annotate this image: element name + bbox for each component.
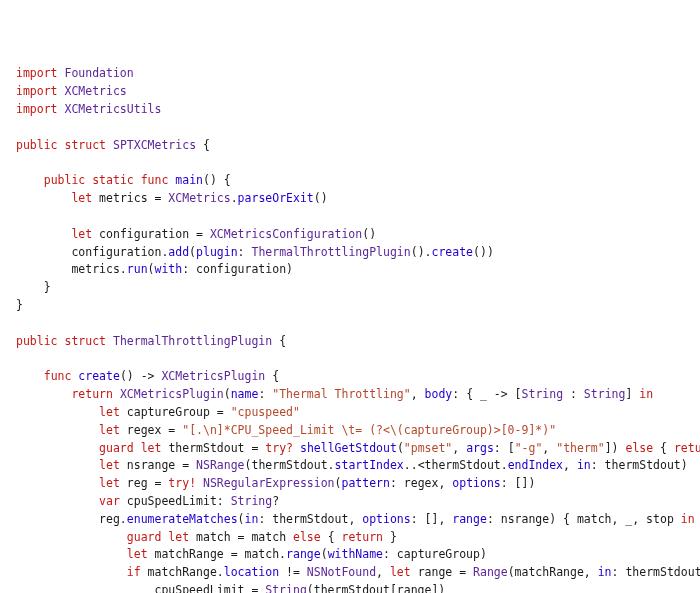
- ident: configuration.: [71, 245, 168, 259]
- keyword: let: [99, 458, 120, 472]
- line: return XCMetricsPlugin(name: "Thermal Th…: [16, 387, 653, 401]
- keyword: struct: [64, 334, 106, 348]
- type: XCMetrics: [168, 191, 230, 205]
- method: parseOrExit: [238, 191, 314, 205]
- punct: :: [238, 245, 252, 259]
- type: String: [265, 583, 307, 593]
- punct: : thermStdout): [591, 458, 688, 472]
- keyword: guard: [127, 530, 162, 544]
- method: add: [168, 245, 189, 259]
- space: [196, 476, 203, 490]
- keyword: let: [99, 405, 120, 419]
- punct: : []): [501, 476, 536, 490]
- member: endIndex: [508, 458, 563, 472]
- arg-label: range: [452, 512, 487, 526]
- line: import XCMetrics: [16, 84, 127, 98]
- keyword: try!: [168, 476, 196, 490]
- indent: [16, 494, 99, 508]
- indent: [16, 547, 127, 561]
- punct: ()): [473, 245, 494, 259]
- type: Foundation: [64, 66, 133, 80]
- punct: (: [148, 262, 155, 276]
- keyword: return: [341, 530, 383, 544]
- punct: ..<thermStdout.: [404, 458, 508, 472]
- indent: [16, 369, 44, 383]
- keyword: else: [293, 530, 321, 544]
- string: "Thermal Throttling": [272, 387, 410, 401]
- ident: nsrange =: [127, 458, 196, 472]
- line: var cpuSpeedLimit: String?: [16, 494, 279, 508]
- space: [113, 387, 120, 401]
- ident: cpuSpeedLimit:: [127, 494, 231, 508]
- keyword: let: [71, 227, 92, 241]
- line: let matchRange = match.range(withName: c…: [16, 547, 487, 561]
- keyword: import: [16, 66, 58, 80]
- punct: (thermStdout[range]): [307, 583, 445, 593]
- punct: ,: [452, 441, 466, 455]
- type: NSNotFound: [307, 565, 376, 579]
- keyword: let: [99, 423, 120, 437]
- method: range: [286, 547, 321, 561]
- indent: [16, 245, 71, 259]
- line: import XCMetricsUtils: [16, 102, 161, 116]
- line: }: [16, 298, 23, 312]
- method: shellGetStdout: [300, 441, 397, 455]
- type: XCMetrics: [64, 84, 126, 98]
- indent: [16, 405, 99, 419]
- keyword: import: [16, 84, 58, 98]
- punct: :: [563, 387, 584, 401]
- type: NSRegularExpression: [203, 476, 335, 490]
- punct: : captureGroup): [383, 547, 487, 561]
- arg-label: in: [245, 512, 259, 526]
- method: create: [78, 369, 120, 383]
- punct: : configuration): [182, 262, 293, 276]
- indent: [16, 262, 71, 276]
- line: let nsrange = NSRange(thermStdout.startI…: [16, 458, 688, 472]
- punct: }: [16, 298, 23, 312]
- indent: [16, 227, 71, 241]
- line: let metrics = XCMetrics.parseOrExit(): [16, 191, 328, 205]
- keyword: public: [44, 173, 86, 187]
- line: if matchRange.location != NSNotFound, le…: [16, 565, 700, 579]
- line: cpuSpeedLimit = String(thermStdout[range…: [16, 583, 445, 593]
- type: ThermalThrottlingPlugin: [251, 245, 410, 259]
- line: configuration.add(plugin: ThermalThrottl…: [16, 245, 494, 259]
- type: SPTXCMetrics: [113, 138, 196, 152]
- ident: cpuSpeedLimit =: [154, 583, 265, 593]
- keyword: func: [44, 369, 72, 383]
- keyword: guard: [99, 441, 134, 455]
- indent: [16, 565, 127, 579]
- keyword: if: [127, 565, 141, 579]
- line: guard let thermStdout = try? shellGetStd…: [16, 441, 700, 455]
- keyword: let: [71, 191, 92, 205]
- member: startIndex: [335, 458, 404, 472]
- ident: matchRange.: [141, 565, 224, 579]
- arg-label: plugin: [196, 245, 238, 259]
- indent: [16, 583, 154, 593]
- keyword: public: [16, 138, 58, 152]
- keyword: var: [99, 494, 120, 508]
- keyword: let: [127, 547, 148, 561]
- method: enumerateMatches: [127, 512, 238, 526]
- punct: {: [321, 530, 342, 544]
- keyword: else: [625, 441, 653, 455]
- ident: captureGroup =: [127, 405, 231, 419]
- punct: : [],: [411, 512, 453, 526]
- indent: [16, 191, 71, 205]
- arg-label: withName: [328, 547, 383, 561]
- ident: reg =: [127, 476, 169, 490]
- punct: (: [335, 476, 342, 490]
- arg-label: in: [598, 565, 612, 579]
- line: }: [16, 280, 51, 294]
- ident: regex =: [127, 423, 182, 437]
- punct: (: [189, 245, 196, 259]
- keyword: import: [16, 102, 58, 116]
- punct: ,: [542, 441, 556, 455]
- line: metrics.run(with: configuration): [16, 262, 293, 276]
- line: public struct ThermalThrottlingPlugin {: [16, 334, 286, 348]
- punct: (thermStdout.: [245, 458, 335, 472]
- line: import Foundation: [16, 66, 134, 80]
- ident: configuration =: [99, 227, 210, 241]
- punct: : { _ -> [: [452, 387, 521, 401]
- indent: [16, 441, 99, 455]
